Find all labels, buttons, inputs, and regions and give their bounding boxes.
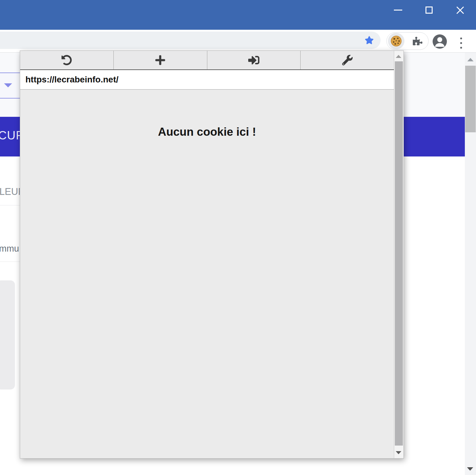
minimize-button[interactable] xyxy=(394,10,402,11)
wrench-icon xyxy=(342,55,353,65)
tools-button[interactable] xyxy=(301,51,394,69)
window-titlebar xyxy=(0,0,476,30)
bookmark-star-icon[interactable] xyxy=(365,36,374,45)
no-cookie-message: Aucun cookie ici ! xyxy=(20,125,394,139)
browser-menu-button[interactable] xyxy=(458,37,464,49)
cookie-domain-url-field[interactable] xyxy=(20,70,394,90)
maximize-button[interactable] xyxy=(425,7,433,14)
popup-scrollbar[interactable] xyxy=(394,51,403,458)
scroll-up-icon[interactable] xyxy=(396,55,401,58)
scroll-down-icon[interactable] xyxy=(467,467,473,471)
cookie-extension-button[interactable] xyxy=(388,33,404,49)
refresh-icon xyxy=(61,55,72,65)
profile-avatar[interactable] xyxy=(433,34,447,49)
sign-in-icon xyxy=(248,55,259,66)
close-button[interactable] xyxy=(456,6,464,14)
cookie-icon xyxy=(390,35,402,47)
kebab-dot xyxy=(460,37,462,39)
kebab-dot xyxy=(460,42,462,44)
avatar-icon xyxy=(433,34,447,49)
kebab-dot xyxy=(460,47,462,49)
refresh-button[interactable] xyxy=(20,51,114,69)
plus-icon xyxy=(155,55,166,66)
popup-scrollbar-thumb[interactable] xyxy=(395,61,403,446)
browser-toolbar xyxy=(0,30,476,53)
chevron-down-icon xyxy=(4,83,12,87)
popup-body: Aucun cookie ici ! xyxy=(20,90,394,458)
popup-toolbar xyxy=(20,51,394,70)
scroll-up-icon[interactable] xyxy=(467,58,474,61)
popup-main-column: Aucun cookie ici ! xyxy=(20,51,394,458)
address-bar[interactable] xyxy=(0,32,381,49)
side-widget xyxy=(0,280,15,389)
import-cookies-button[interactable] xyxy=(207,51,301,69)
page-scrollbar[interactable] xyxy=(465,53,476,475)
extensions-puzzle-icon[interactable] xyxy=(413,36,422,46)
scroll-down-icon[interactable] xyxy=(396,451,401,454)
page-scrollbar-thumb[interactable] xyxy=(465,66,476,132)
cookie-manager-popup: Aucun cookie ici ! xyxy=(20,51,404,459)
add-cookie-button[interactable] xyxy=(114,51,207,69)
extensions-pill xyxy=(386,32,429,50)
page-link[interactable]: mmu xyxy=(0,244,19,254)
